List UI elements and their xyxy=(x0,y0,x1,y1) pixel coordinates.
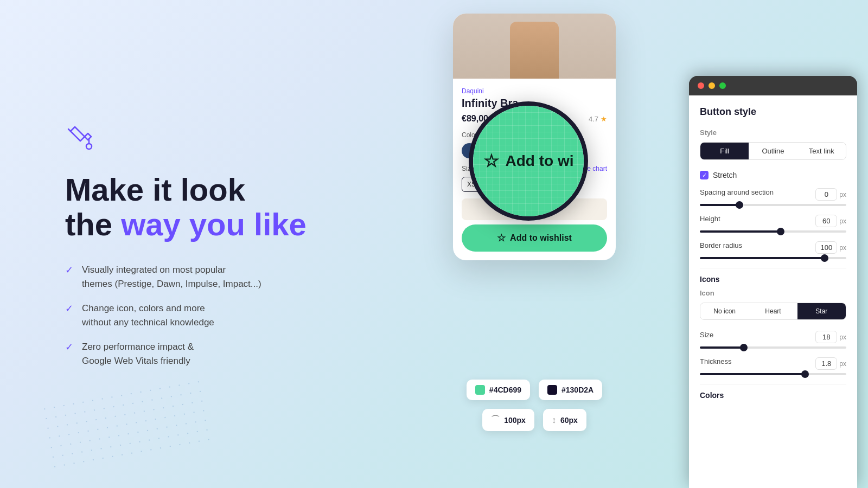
spacing-unit: px xyxy=(839,191,846,198)
thickness-slider-track[interactable] xyxy=(700,373,846,375)
feature-text-2: Change icon, colors and more without any… xyxy=(82,301,214,329)
border-radius-slider-row: Border radius 100 px xyxy=(700,241,846,259)
height-icon: ↕ xyxy=(552,415,556,425)
stretch-row: ✓ Stretch xyxy=(700,171,846,179)
magnifier-text: ☆ Add to wi xyxy=(483,151,574,171)
height-value-box: 60 px xyxy=(815,215,846,227)
border-radius-slider-track[interactable] xyxy=(700,257,846,259)
thickness-slider-thumb[interactable] xyxy=(801,370,809,378)
colors-section-title: Colors xyxy=(700,391,846,400)
left-panel: Make it look the way you like ✓ Visually… xyxy=(0,0,380,488)
height-slider-row: Height 60 px xyxy=(700,215,846,233)
icon-size-label: Size xyxy=(700,331,713,343)
icon-size-slider-thumb[interactable] xyxy=(740,344,748,351)
magnifier-content: ☆ Add to wi xyxy=(473,106,584,216)
colors-section: Colors xyxy=(700,391,846,400)
border-radius-unit: px xyxy=(839,244,846,252)
rating: 4.7 ★ xyxy=(589,115,607,123)
style-textlink-button[interactable]: Text link xyxy=(797,143,846,159)
divider-1 xyxy=(700,268,846,268)
color-dot-dark xyxy=(547,385,557,395)
feature-item-2: ✓ Change icon, colors and more without a… xyxy=(65,301,336,329)
size-badge-height[interactable]: ↕ 60px xyxy=(543,409,586,431)
icon-size-slider-label-row: Size 18 px xyxy=(700,331,846,343)
feature-text-1: Visually integrated on most popular them… xyxy=(82,263,261,291)
size-badge-height-label: 60px xyxy=(560,416,578,425)
features-list: ✓ Visually integrated on most popular th… xyxy=(65,263,336,368)
thickness-slider-label-row: Thickness 1.8 px xyxy=(700,357,846,370)
height-slider-thumb[interactable] xyxy=(777,228,784,235)
thickness-value[interactable]: 1.8 xyxy=(815,357,837,370)
thickness-label: Thickness xyxy=(700,357,732,370)
logo-icon xyxy=(65,120,336,155)
style-section: Style Fill Outline Text link xyxy=(700,129,846,160)
spacing-slider-row: Spacing around section 0 px xyxy=(700,188,846,206)
thickness-unit: px xyxy=(839,360,846,368)
height-slider-fill xyxy=(700,230,781,233)
check-icon-2: ✓ xyxy=(65,303,73,314)
check-icon-1: ✓ xyxy=(65,264,73,276)
svg-line-0 xyxy=(68,129,71,131)
icon-size-slider-track[interactable] xyxy=(700,346,846,349)
color-badge-dark[interactable]: #130D2A xyxy=(539,380,602,400)
size-badges-container: ⌒ 100px ↕ 60px xyxy=(482,409,586,431)
color-badge-green-label: #4CD699 xyxy=(489,386,521,394)
spacing-value[interactable]: 0 xyxy=(815,188,837,201)
border-radius-slider-fill xyxy=(700,257,825,259)
add-to-wishlist-button[interactable]: ☆ Add to wishlist xyxy=(462,224,607,252)
window-close-button[interactable] xyxy=(698,82,704,89)
icons-section-title: Icons xyxy=(700,275,846,284)
border-radius-value[interactable]: 100 xyxy=(815,241,837,254)
height-unit: px xyxy=(839,217,846,225)
headline: Make it look the way you like xyxy=(65,172,336,242)
stretch-label: Stretch xyxy=(713,171,737,179)
thickness-value-box: 1.8 px xyxy=(815,357,846,370)
size-badge-radius-label: 100px xyxy=(504,416,526,425)
style-buttons: Fill Outline Text link xyxy=(700,142,846,160)
svg-point-1 xyxy=(86,144,92,149)
magnifier: ☆ Add to wi xyxy=(469,101,588,221)
window-minimize-button[interactable] xyxy=(709,82,715,89)
thickness-slider-fill xyxy=(700,373,805,375)
border-radius-slider-label-row: Border radius 100 px xyxy=(700,241,846,254)
style-section-label: Style xyxy=(700,129,846,137)
color-badge-green[interactable]: #4CD699 xyxy=(467,380,530,400)
icon-size-value[interactable]: 18 xyxy=(815,331,837,343)
window-maximize-button[interactable] xyxy=(719,82,726,89)
border-radius-slider-thumb[interactable] xyxy=(821,254,828,262)
feature-item-1: ✓ Visually integrated on most popular th… xyxy=(65,263,336,291)
feature-item-3: ✓ Zero performance impact & Google Web V… xyxy=(65,340,336,368)
spacing-value-box: 0 px xyxy=(815,188,846,201)
color-dot-green xyxy=(475,385,485,395)
dots-decoration xyxy=(43,390,206,455)
settings-panel: Button style Style Fill Outline Text lin… xyxy=(689,95,857,488)
window-controls xyxy=(689,76,857,95)
icons-section: Icons Icon No icon Heart Star xyxy=(700,275,846,320)
spacing-slider-fill xyxy=(700,204,739,206)
height-slider-label-row: Height 60 px xyxy=(700,215,846,227)
icon-star-button[interactable]: Star xyxy=(797,303,846,319)
spacing-slider-label-row: Spacing around section 0 px xyxy=(700,188,846,201)
icon-noicon-button[interactable]: No icon xyxy=(700,303,749,319)
border-radius-value-box: 100 px xyxy=(815,241,846,254)
style-fill-button[interactable]: Fill xyxy=(700,143,749,159)
spacing-slider-thumb[interactable] xyxy=(736,201,743,209)
color-badges-container: #4CD699 #130D2A xyxy=(467,380,602,400)
settings-title: Button style xyxy=(700,106,846,118)
right-panel: Button style Style Fill Outline Text lin… xyxy=(689,76,857,488)
icon-size-slider-row: Size 18 px xyxy=(700,331,846,349)
magnifier-star-icon: ☆ xyxy=(483,151,499,171)
middle-panel: Daquini Infinity Bra €89,00 4.7 ★ Color:… xyxy=(380,0,689,488)
size-badge-radius[interactable]: ⌒ 100px xyxy=(482,409,534,431)
height-label: Height xyxy=(700,215,720,227)
product-image xyxy=(453,14,616,79)
spacing-slider-track[interactable] xyxy=(700,204,846,206)
divider-2 xyxy=(700,384,846,384)
border-radius-label: Border radius xyxy=(700,241,742,254)
icon-heart-button[interactable]: Heart xyxy=(749,303,797,319)
height-slider-track[interactable] xyxy=(700,230,846,233)
star-icon: ★ xyxy=(601,115,607,123)
height-value[interactable]: 60 xyxy=(815,215,837,227)
stretch-checkbox[interactable]: ✓ xyxy=(700,171,709,179)
style-outline-button[interactable]: Outline xyxy=(749,143,797,159)
